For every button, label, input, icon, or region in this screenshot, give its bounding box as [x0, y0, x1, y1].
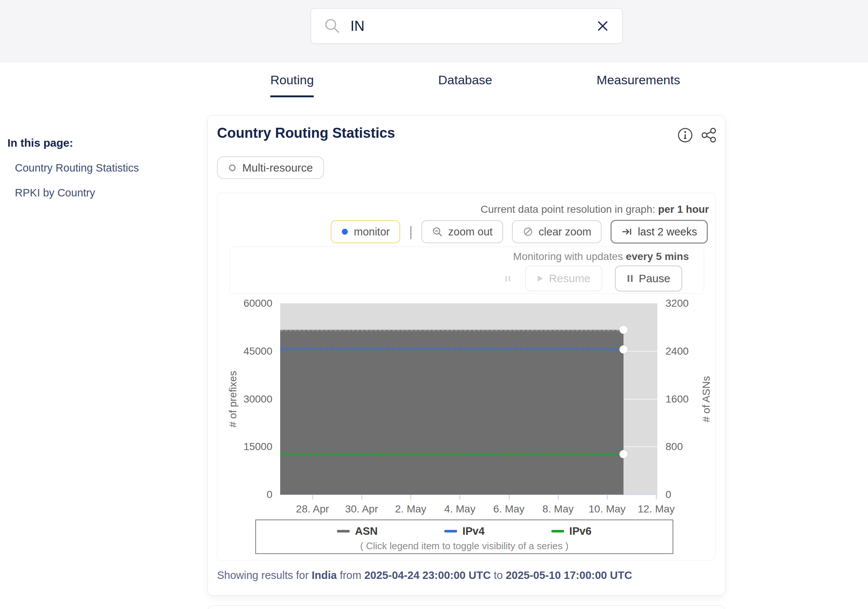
legend-swatch	[445, 530, 457, 533]
multi-resource-label: Multi-resource	[242, 162, 313, 174]
share-icon[interactable]	[701, 127, 718, 144]
search-icon	[324, 17, 341, 34]
legend-label: IPv4	[462, 525, 485, 537]
x-tick	[459, 495, 460, 499]
sidebar-item-rpki-by-country[interactable]: RPKI by Country	[8, 187, 186, 199]
ipv4-line	[280, 348, 623, 350]
chart-toolbar: monitor | zoom out clear zo	[331, 220, 708, 244]
x-tick-label: 28. Apr	[296, 503, 329, 515]
resume-button[interactable]: Resume	[525, 266, 602, 292]
right-tick-label: 3200	[665, 297, 688, 309]
tab-database-label: Database	[438, 73, 492, 87]
x-tick-label: 2. May	[395, 503, 426, 515]
monitoring-status: Monitoring with updates every 5 mins	[513, 250, 689, 263]
series-end-marker	[619, 345, 628, 354]
arrow-to-end-icon	[621, 226, 632, 237]
left-tick-label: 45000	[243, 345, 272, 357]
legend-item-ipv4[interactable]: IPv4	[445, 525, 485, 537]
series-end-marker	[619, 450, 628, 458]
legend-note: ( Click legend item to toggle visibility…	[256, 540, 673, 552]
right-tick-label: 2400	[665, 345, 688, 357]
left-axis-ticks: 015000300004500060000	[217, 303, 272, 495]
x-tick	[312, 495, 313, 499]
active-tab-underline	[270, 96, 314, 97]
x-tick	[558, 495, 559, 499]
widget-panel: Current data point resolution in graph: …	[217, 193, 716, 560]
left-tick-label: 30000	[243, 393, 272, 405]
results-summary: Showing results for India from 2025-04-2…	[217, 569, 632, 581]
monitor-dot-icon	[341, 228, 349, 235]
x-tick	[509, 495, 510, 499]
chart-legend: ASNIPv4IPv6 ( Click legend item to toggl…	[255, 519, 673, 554]
clear-search-icon[interactable]	[596, 19, 610, 33]
legend-items: ASNIPv4IPv6	[256, 525, 673, 537]
tab-routing[interactable]: Routing	[270, 73, 314, 97]
in-this-page-heading: In this page:	[8, 137, 186, 149]
left-tick-label: 60000	[243, 297, 272, 309]
toolbar-separator: |	[409, 224, 412, 240]
x-tick-label: 10. May	[589, 503, 626, 515]
legend-item-ipv6[interactable]: IPv6	[552, 525, 592, 537]
country-routing-statistics-card: Country Routing Statistics	[207, 115, 725, 596]
legend-swatch	[337, 530, 350, 533]
clear-zoom-button[interactable]: clear zoom	[512, 220, 602, 243]
resolution-text: Current data point resolution in graph: …	[480, 204, 709, 215]
right-tick-label: 0	[665, 489, 671, 501]
right-axis-ticks: 0800160024003200	[665, 303, 718, 495]
monitor-button[interactable]: monitor	[331, 220, 400, 243]
zoom-out-button[interactable]: zoom out	[422, 220, 503, 243]
tab-measurements[interactable]: Measurements	[597, 73, 680, 87]
resource-ring-icon	[228, 164, 236, 172]
right-tick-label: 1600	[665, 393, 688, 405]
info-icon[interactable]	[677, 127, 694, 144]
top-bar: IN	[0, 0, 868, 62]
tab-database[interactable]: Database	[438, 73, 492, 87]
widget-title: Country Routing Statistics	[217, 125, 395, 141]
x-tick-label: 30. Apr	[345, 503, 378, 515]
x-tick	[410, 495, 411, 499]
left-tick-label: 15000	[243, 441, 272, 453]
series-end-marker	[619, 326, 628, 334]
x-tick	[361, 495, 362, 499]
tab-routing-label: Routing	[270, 73, 314, 87]
pause-button[interactable]: Pause	[615, 266, 682, 292]
search-input[interactable]: IN	[350, 18, 596, 34]
next-card-partial	[207, 605, 725, 609]
tab-measurements-label: Measurements	[597, 73, 680, 87]
x-tick	[607, 495, 608, 499]
right-tick-label: 800	[665, 441, 683, 453]
legend-label: ASN	[355, 525, 378, 537]
play-icon	[537, 275, 544, 282]
ban-icon	[522, 226, 533, 237]
in-this-page-nav: In this page: Country Routing Statistics…	[8, 137, 186, 199]
plot-area[interactable]	[280, 303, 657, 495]
legend-swatch	[552, 530, 564, 533]
x-tick-label: 12. May	[638, 503, 675, 515]
multi-resource-badge: Multi-resource	[217, 156, 324, 179]
search-box[interactable]: IN	[311, 8, 623, 44]
legend-item-asn[interactable]: ASN	[337, 525, 378, 537]
x-tick	[656, 495, 657, 499]
tab-bar: Routing Database Measurements	[0, 73, 868, 102]
monitoring-box: Monitoring with updates every 5 mins Res…	[229, 247, 704, 294]
x-tick-label: 6. May	[493, 503, 525, 515]
left-tick-label: 0	[267, 489, 272, 501]
mini-pause-icon	[505, 276, 510, 281]
zoom-out-icon	[432, 226, 443, 237]
ipv6-line	[280, 453, 623, 455]
sidebar-item-country-routing-statistics[interactable]: Country Routing Statistics	[8, 162, 186, 174]
asn-area	[280, 330, 623, 495]
pause-icon	[627, 274, 634, 283]
last-2-weeks-button[interactable]: last 2 weeks	[611, 220, 708, 244]
x-tick-label: 8. May	[542, 503, 574, 515]
x-tick-label: 4. May	[444, 503, 475, 515]
legend-label: IPv6	[569, 525, 592, 537]
page: IN Routing Database Measurements In this…	[0, 0, 868, 609]
